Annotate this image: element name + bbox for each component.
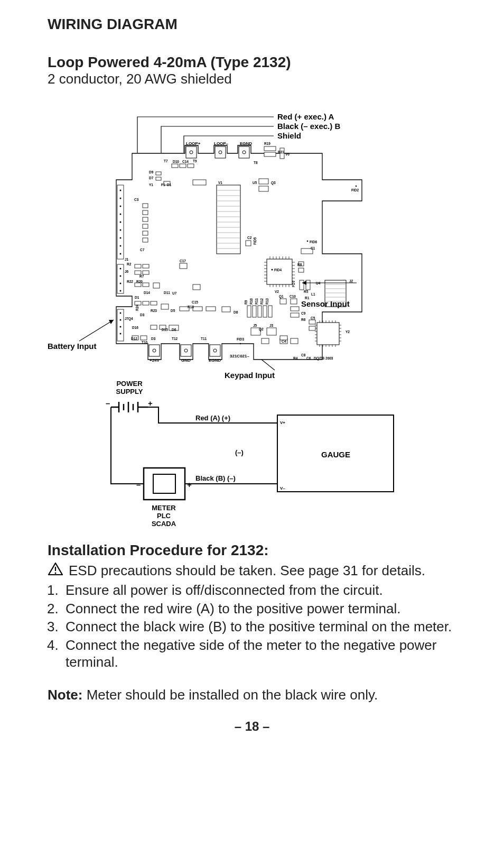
svg-rect-155: [291, 338, 298, 344]
ref-R2: R2: [127, 262, 132, 266]
ref-R4: R4: [293, 356, 298, 360]
ref-D10: D10: [173, 160, 179, 163]
ref-D15: D15: [162, 328, 168, 332]
svg-point-26: [120, 283, 122, 284]
svg-rect-151: [309, 320, 315, 324]
svg-point-18: [120, 214, 122, 215]
schematic-red-line: Red (A) (+): [195, 414, 230, 422]
ref-loop-n: LOOP–: [214, 141, 229, 146]
svg-point-7: [153, 349, 156, 352]
svg-point-24: [120, 268, 122, 270]
svg-point-29: [120, 319, 122, 321]
page-number: – 18 –: [48, 719, 456, 734]
meter-lbl1: METER: [152, 504, 176, 512]
ref-D6: D6: [172, 328, 176, 332]
ref-Y1: Y1: [149, 183, 153, 187]
svg-rect-142: [247, 306, 251, 317]
svg-rect-129: [180, 263, 187, 269]
ref-D3b: D3: [140, 313, 145, 317]
callout-battery: Battery Input: [48, 342, 97, 351]
ref-FID4: FID4: [274, 268, 282, 272]
svg-rect-167: [267, 328, 276, 335]
ps-plus: +: [148, 399, 153, 408]
ref-R12: R12: [260, 298, 264, 305]
svg-point-30: [120, 326, 122, 328]
svg-rect-81: [317, 323, 339, 345]
ref-C15: C15: [192, 300, 198, 304]
svg-rect-165: [306, 280, 310, 290]
ref-D3: D3: [151, 337, 156, 341]
ref-C2: C2: [247, 236, 252, 240]
gauge-vminus: V–: [280, 486, 285, 491]
section-title: WIRING DIAGRAM: [48, 16, 456, 33]
svg-rect-139: [193, 307, 202, 311]
note-text: Meter should be installed on the black w…: [87, 687, 378, 703]
ref-C17: C17: [180, 259, 186, 263]
step-4: Connect the negative side of the meter t…: [62, 637, 456, 671]
svg-point-22: [120, 245, 122, 247]
svg-point-74: [272, 269, 273, 271]
ref-gnd: GND: [181, 358, 191, 363]
svg-rect-183: [153, 474, 175, 493]
svg-point-1: [190, 151, 193, 154]
svg-rect-148: [291, 299, 297, 304]
svg-rect-121: [143, 224, 148, 228]
svg-rect-14: [117, 309, 124, 341]
ref-C14: C14: [182, 160, 189, 163]
schematic-ps2: SUPPLY: [116, 388, 143, 395]
ref-D16: D16: [132, 326, 138, 329]
svg-point-169: [356, 186, 357, 187]
svg-rect-160: [141, 336, 147, 340]
board-datecode: DQ/TB 2003: [314, 356, 333, 361]
callout-keypad: Keypad Input: [225, 371, 275, 380]
svg-rect-136: [151, 301, 157, 305]
esd-warning-text: ESD precautions should be taken. See pag…: [69, 563, 425, 579]
ref-bot-egnd: EGND: [209, 358, 221, 363]
ref-V1: V1: [218, 181, 222, 185]
svg-rect-134: [135, 301, 141, 305]
svg-rect-141: [222, 307, 230, 312]
ref-Q2: Q2: [259, 327, 264, 332]
ref-R19: R19: [264, 142, 270, 145]
legend-shield: Shield: [277, 131, 301, 140]
product-title: Loop Powered 4-20mA (Type 2132): [48, 54, 456, 71]
svg-rect-137: [161, 304, 169, 309]
ref-R5: R5: [304, 290, 309, 293]
svg-point-28: [120, 312, 122, 314]
svg-rect-163: [298, 268, 304, 272]
ref-R7: R7: [139, 274, 144, 278]
svg-rect-127: [135, 271, 141, 274]
ref-C6: C6: [306, 356, 311, 360]
ref-R21: R21: [278, 150, 284, 154]
svg-rect-111: [188, 164, 194, 168]
installation-steps: Ensure all power is off/disconnected fro…: [48, 582, 456, 671]
svg-rect-115: [259, 179, 268, 184]
ref-T8: T8: [254, 161, 258, 164]
wiring-diagram: Red (+ exec.) A Black (– exec.) B Shield…: [48, 98, 456, 537]
ref-C5: C5: [311, 316, 315, 320]
svg-rect-153: [262, 338, 269, 344]
ps-minus: –: [106, 399, 110, 408]
ref-D1b: D1: [135, 296, 139, 299]
svg-point-31: [120, 333, 122, 335]
ref-J3: J3: [269, 324, 274, 327]
svg-rect-131: [143, 283, 149, 287]
gauge-vplus: V+: [280, 420, 285, 425]
svg-point-186: [55, 573, 57, 574]
svg-rect-124: [246, 241, 251, 246]
svg-rect-164: [300, 280, 304, 290]
ref-R20: R20: [136, 280, 143, 283]
svg-rect-135: [143, 301, 149, 305]
svg-rect-106: [264, 146, 276, 151]
step-3: Connect the black wire (B) to the positi…: [62, 618, 456, 636]
gauge-label: GAUGE: [321, 450, 350, 459]
ref-L1: L1: [311, 292, 315, 296]
ref-D9: D9: [149, 170, 154, 174]
ref-T12: T12: [172, 337, 178, 341]
ref-T7: T7: [164, 159, 168, 163]
ref-R6: R6: [301, 318, 306, 321]
ref-R8: R8: [297, 263, 302, 266]
svg-rect-118: [143, 204, 148, 208]
ref-D11: D11: [164, 291, 170, 295]
ref-Q4: Q4: [128, 317, 133, 321]
